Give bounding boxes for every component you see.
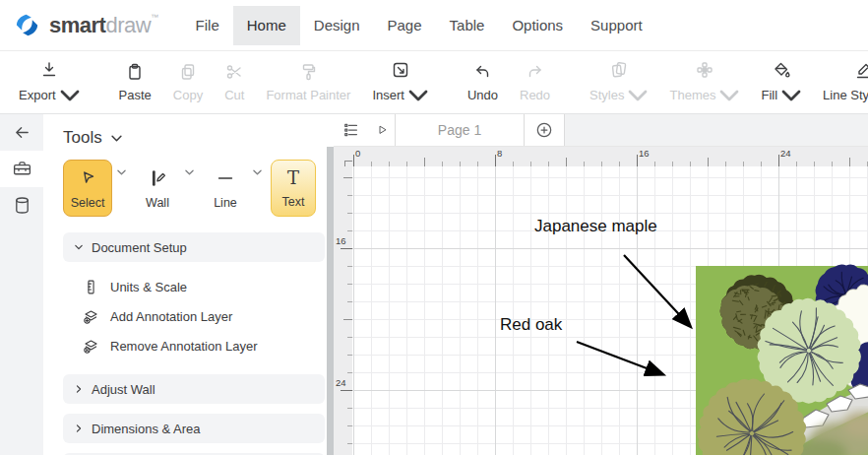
select-tool-button[interactable]: Select bbox=[63, 160, 112, 217]
chevron-down-icon bbox=[719, 86, 739, 105]
ruler-label: 16 bbox=[639, 148, 650, 159]
line-icon bbox=[215, 167, 236, 189]
section-label: Adjust Wall bbox=[92, 382, 155, 397]
menu-design[interactable]: Design bbox=[300, 6, 374, 45]
wall-tool-button[interactable]: Wall bbox=[135, 160, 180, 217]
chevron-down-icon bbox=[75, 243, 83, 251]
item-label: Units & Scale bbox=[110, 280, 187, 294]
themes-button[interactable]: Themes bbox=[658, 56, 750, 109]
panel-title-label: Tools bbox=[63, 128, 102, 148]
download-icon bbox=[39, 60, 59, 80]
rail-item-symbols[interactable] bbox=[0, 187, 43, 224]
line-tool-label: Line bbox=[214, 196, 237, 210]
page-tab-label: Page 1 bbox=[438, 122, 481, 138]
cut-button[interactable]: Cut bbox=[214, 58, 255, 106]
styles-button[interactable]: Styles bbox=[579, 56, 658, 109]
section-partial[interactable] bbox=[63, 453, 325, 455]
line-style-button[interactable]: Line Style bbox=[812, 56, 868, 109]
landscape-drawing[interactable] bbox=[352, 166, 868, 455]
section-document-setup[interactable]: Document Setup bbox=[63, 232, 325, 262]
drawing-canvas[interactable]: Japanese maple Red oak bbox=[352, 166, 868, 455]
annotation-arrow-1[interactable] bbox=[577, 342, 662, 374]
page-list-button[interactable] bbox=[334, 114, 369, 146]
main-menu: File Home Design Page Table Options Supp… bbox=[182, 0, 656, 51]
ruler-label: 16 bbox=[336, 235, 346, 246]
ruler-label: 24 bbox=[336, 377, 346, 388]
ruler-label: 24 bbox=[780, 148, 791, 159]
wall-tool-chevron-icon[interactable] bbox=[185, 169, 194, 175]
item-add-annotation-layer[interactable]: Add Annotation Layer bbox=[83, 301, 325, 331]
layer-add-icon bbox=[83, 308, 99, 325]
chevron-right-icon bbox=[75, 385, 83, 393]
play-icon bbox=[374, 122, 390, 138]
format-painter-button[interactable]: Format Painter bbox=[255, 58, 361, 106]
fill-button[interactable]: Fill bbox=[750, 56, 812, 109]
chevron-right-icon bbox=[75, 424, 83, 432]
chevron-down-icon bbox=[60, 86, 80, 105]
paste-button[interactable]: Paste bbox=[108, 58, 162, 106]
chevron-down-icon bbox=[408, 86, 428, 105]
annotation-arrow-0[interactable] bbox=[624, 255, 690, 326]
back-button[interactable] bbox=[0, 114, 43, 151]
database-icon bbox=[12, 195, 32, 216]
item-label: Add Annotation Layer bbox=[110, 309, 232, 324]
menu-page[interactable]: Page bbox=[374, 6, 436, 45]
menu-options[interactable]: Options bbox=[498, 6, 577, 45]
ruler-corner bbox=[334, 147, 352, 166]
canvas-area: Page 1 0 8 16 24 16 24 Japanese maple bbox=[334, 114, 868, 455]
wall-tool-label: Wall bbox=[146, 196, 169, 210]
menu-support[interactable]: Support bbox=[577, 6, 656, 45]
expand-tabs-button[interactable] bbox=[369, 114, 395, 146]
annotation-red-oak[interactable]: Red oak bbox=[500, 315, 562, 335]
format-painter-icon bbox=[298, 62, 318, 82]
smartdraw-app: smartdraw™ File Home Design Page Table O… bbox=[0, 0, 868, 456]
tools-panel: Tools Select Wall Line bbox=[43, 114, 327, 455]
rail-item-tools[interactable] bbox=[0, 151, 43, 187]
chevron-down-icon bbox=[628, 86, 648, 105]
smartdraw-logo-icon bbox=[14, 12, 40, 38]
undo-button[interactable]: Undo bbox=[457, 58, 509, 106]
toolbox-icon bbox=[12, 159, 32, 179]
horizontal-ruler: 0 8 16 24 bbox=[352, 147, 868, 166]
layer-remove-icon bbox=[83, 338, 99, 355]
toolbar: Export Paste Copy Cut Format Painter Ins… bbox=[0, 51, 868, 114]
panel-title[interactable]: Tools bbox=[63, 128, 327, 148]
annotation-japanese-maple[interactable]: Japanese maple bbox=[534, 217, 657, 236]
line-tool-button[interactable]: Line bbox=[203, 160, 248, 217]
menu-bar: smartdraw™ File Home Design Page Table O… bbox=[0, 0, 868, 51]
redo-button[interactable]: Redo bbox=[509, 58, 561, 106]
panel-splitter[interactable] bbox=[327, 114, 334, 455]
cursor-icon bbox=[77, 167, 98, 189]
add-page-button[interactable] bbox=[525, 114, 564, 146]
copy-icon bbox=[178, 62, 198, 82]
page-tab[interactable]: Page 1 bbox=[395, 114, 525, 146]
section-label: Dimensions & Area bbox=[92, 422, 201, 436]
ruler-label: 0 bbox=[355, 148, 360, 159]
select-tool-chevron-icon[interactable] bbox=[117, 169, 126, 175]
item-units-scale[interactable]: Units & Scale bbox=[83, 272, 325, 301]
menu-home[interactable]: Home bbox=[233, 6, 300, 45]
fill-icon bbox=[772, 60, 791, 80]
menu-table[interactable]: Table bbox=[436, 6, 499, 45]
scissors-icon bbox=[224, 62, 244, 82]
chevron-down-icon bbox=[111, 135, 122, 142]
copy-button[interactable]: Copy bbox=[162, 58, 214, 106]
item-remove-annotation-layer[interactable]: Remove Annotation Layer bbox=[83, 331, 325, 360]
insert-button[interactable]: Insert bbox=[361, 56, 439, 109]
text-tool-button[interactable]: T Text bbox=[271, 160, 316, 217]
panel-sections: Document Setup Units & Scale Add Annotat… bbox=[63, 232, 325, 455]
section-adjust-wall[interactable]: Adjust Wall bbox=[63, 374, 325, 404]
section-dimensions-area[interactable]: Dimensions & Area bbox=[63, 414, 325, 443]
tool-buttons: Select Wall Line T Text bbox=[63, 160, 327, 217]
export-button[interactable]: Export bbox=[8, 56, 91, 109]
vertical-ruler: 16 24 bbox=[334, 166, 352, 455]
menu-file[interactable]: File bbox=[182, 6, 233, 45]
smartdraw-logo[interactable]: smartdraw™ bbox=[14, 12, 158, 38]
undo-icon bbox=[472, 62, 492, 82]
redo-icon bbox=[526, 62, 545, 82]
plus-circle-icon bbox=[534, 120, 554, 140]
line-tool-chevron-icon[interactable] bbox=[253, 169, 262, 175]
text-tool-icon: T bbox=[287, 168, 299, 188]
page-list-icon bbox=[341, 120, 361, 140]
left-rail bbox=[0, 114, 43, 455]
